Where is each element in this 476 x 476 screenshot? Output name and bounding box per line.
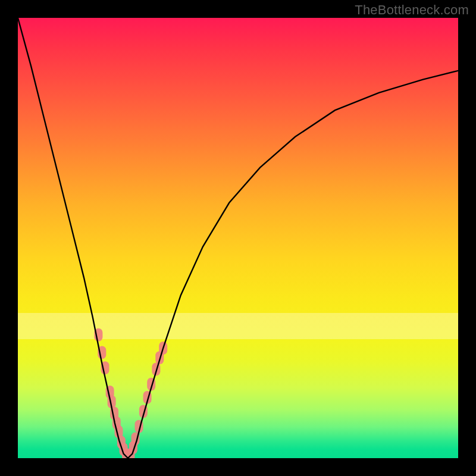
scatter-left: [94, 328, 130, 458]
plot-area: [18, 18, 458, 458]
bottleneck-curve: [18, 18, 458, 458]
scatter-right: [126, 342, 167, 458]
chart-frame: TheBottleneck.com: [0, 0, 476, 476]
watermark-text: TheBottleneck.com: [355, 2, 469, 18]
curve-svg: [18, 18, 458, 458]
